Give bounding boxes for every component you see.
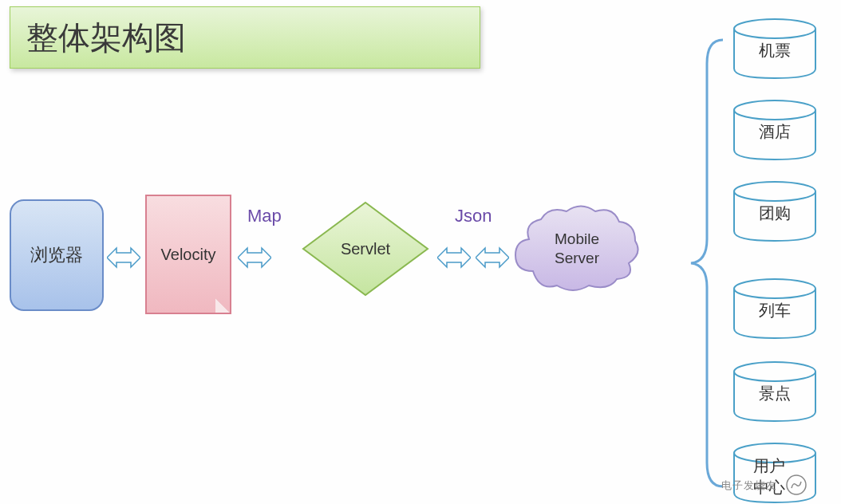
diagram-title-box: 整体架构图 (10, 6, 480, 69)
svg-point-9 (734, 362, 815, 381)
svg-marker-3 (437, 248, 471, 267)
node-mobile-server: Mobile Server (509, 199, 645, 299)
node-velocity: Velocity (145, 195, 231, 314)
node-browser: 浏览器 (10, 199, 104, 311)
node-servlet: Servlet (302, 201, 429, 297)
double-arrow-icon (238, 246, 271, 270)
service-label: 酒店 (759, 121, 791, 143)
service-bracket (685, 32, 725, 494)
mobile-server-label: Mobile Server (543, 230, 611, 269)
bracket-icon (685, 32, 725, 494)
watermark-logo-icon (785, 474, 807, 496)
browser-label: 浏览器 (30, 243, 83, 267)
double-arrow-icon (476, 246, 509, 270)
label-json: Json (455, 206, 492, 226)
svg-point-6 (734, 100, 815, 120)
service-label: 列车 (759, 300, 791, 321)
svg-marker-1 (107, 248, 140, 267)
service-flight: 机票 (731, 18, 819, 80)
service-label: 机票 (759, 40, 791, 61)
watermark-text: 电子发烧友 (721, 478, 777, 493)
diagram-title: 整体架构图 (26, 16, 186, 60)
servlet-label: Servlet (341, 240, 390, 258)
svg-point-5 (734, 19, 815, 38)
double-arrow-icon (437, 246, 471, 270)
svg-marker-2 (238, 248, 271, 267)
arrow-browser-velocity (107, 246, 140, 270)
double-arrow-icon (107, 246, 140, 270)
arrow-servlet-cloud-1 (437, 246, 471, 270)
svg-marker-4 (476, 248, 509, 267)
arrow-velocity-servlet (238, 246, 271, 270)
service-label: 景点 (759, 383, 791, 404)
service-label: 团购 (759, 203, 791, 224)
arrow-servlet-cloud-2 (476, 246, 509, 270)
service-hotel: 酒店 (731, 99, 819, 161)
service-groupbuy: 团购 (731, 180, 819, 242)
service-attraction: 景点 (731, 360, 819, 423)
velocity-label: Velocity (161, 246, 216, 264)
service-train: 列车 (731, 278, 819, 340)
label-map: Map (247, 206, 282, 226)
svg-point-8 (734, 279, 815, 298)
svg-point-7 (734, 182, 815, 201)
